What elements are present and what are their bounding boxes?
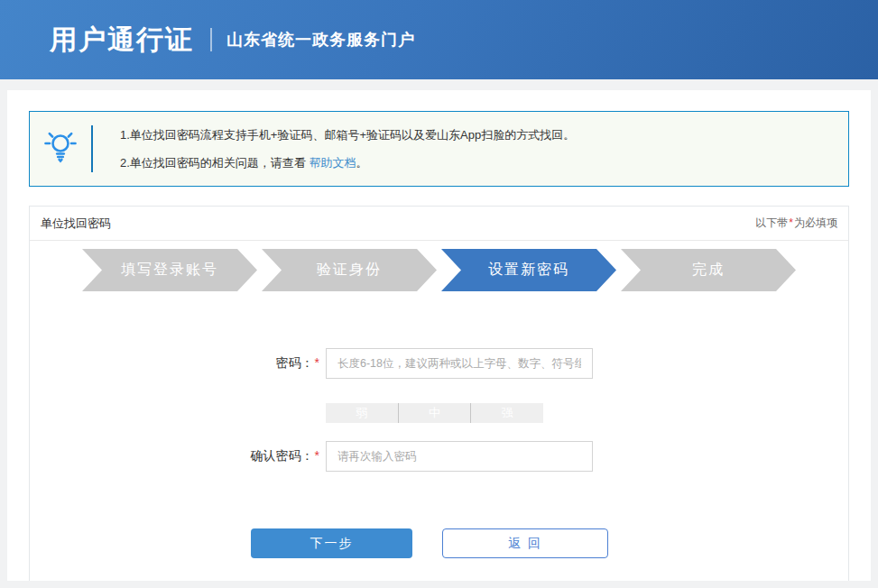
password-required-star: * [315,355,319,370]
tip-box: 1.单位找回密码流程支持手机+验证码、邮箱号+验证码以及爱山东App扫脸的方式找… [29,111,849,187]
required-note: 以下带*为必填项 [755,216,837,231]
step-set-new-password: 设置新密码 [441,249,616,291]
header-divider [210,28,212,51]
action-buttons: 下一步 返 回 [251,528,848,558]
confirm-required-star: * [315,448,319,463]
back-button[interactable]: 返 回 [442,528,608,558]
recover-password-panel: 单位找回密码 以下带*为必填项 填写登录账号 验证身份 设置新密码 完成 密码：… [29,206,849,581]
required-star: * [789,216,793,229]
password-row: 密码：* [185,348,848,379]
confirm-password-label: 确认密码：* [185,448,320,464]
strength-weak: 弱 [326,403,399,423]
next-step-button[interactable]: 下一步 [251,528,412,558]
step-complete: 完成 [621,249,796,291]
step-wizard: 填写登录账号 验证身份 设置新密码 完成 [30,249,848,291]
tip-text: 1.单位找回密码流程支持手机+验证码、邮箱号+验证码以及爱山东App扫脸的方式找… [93,121,575,177]
lightbulb-icon [42,127,79,170]
panel-header: 单位找回密码 以下带*为必填项 [30,207,848,241]
tip-line-1: 1.单位找回密码流程支持手机+验证码、邮箱号+验证码以及爱山东App扫脸的方式找… [120,121,575,149]
confirm-password-row: 确认密码：* [185,441,848,472]
step-verify-identity: 验证身份 [262,249,437,291]
password-label: 密码：* [185,355,320,372]
portal-title: 用户通行证 [50,22,194,59]
strength-strong: 强 [471,403,543,423]
tip-line-2: 2.单位找回密码的相关问题，请查看 帮助文档。 [120,149,575,177]
confirm-password-input[interactable] [326,441,593,472]
tip-icon-wrap [30,127,91,170]
strength-medium: 中 [399,403,472,423]
password-strength-meter: 弱 中 强 [326,403,543,423]
password-input[interactable] [326,348,593,379]
step-fill-account: 填写登录账号 [82,249,257,291]
content-card: 1.单位找回密码流程支持手机+验证码、邮箱号+验证码以及爱山东App扫脸的方式找… [7,90,871,581]
panel-title: 单位找回密码 [41,216,111,232]
page-header: 用户通行证 山东省统一政务服务门户 [0,0,878,79]
help-doc-link[interactable]: 帮助文档 [309,156,356,170]
portal-subtitle: 山东省统一政务服务门户 [226,29,415,51]
